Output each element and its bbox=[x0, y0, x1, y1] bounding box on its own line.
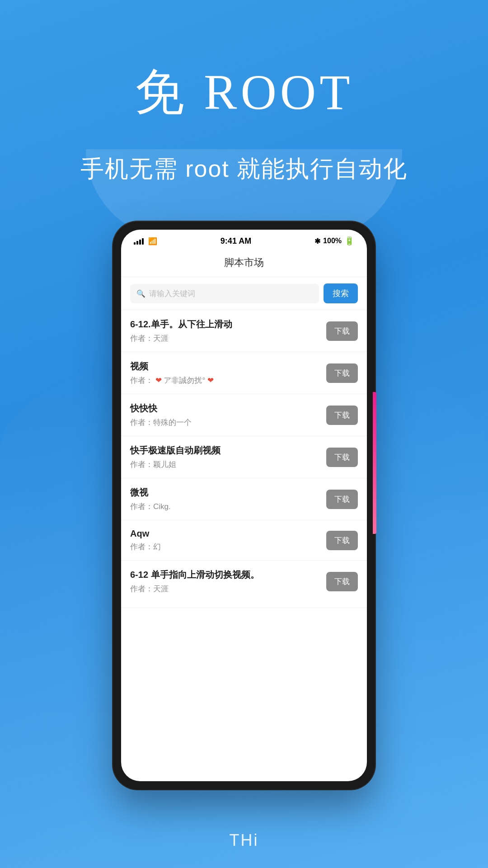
script-info: 6-12.单手。从下往上滑动 作者：天涯 bbox=[130, 318, 326, 344]
download-button[interactable]: 下载 bbox=[326, 406, 358, 425]
wifi-icon: 📶 bbox=[148, 237, 157, 245]
list-item: 微视 作者：Cikg. 下载 bbox=[121, 478, 367, 520]
status-left: 📶 bbox=[134, 237, 157, 245]
script-author: 作者： ❤ ︎ア非誠勿扰° ❤ bbox=[130, 375, 326, 386]
script-info: 视频 作者： ❤ ︎ア非誠勿扰° ❤ bbox=[130, 360, 326, 386]
search-button[interactable]: 搜索 bbox=[324, 283, 358, 303]
signal-bar-2 bbox=[136, 241, 138, 245]
script-info: 快快快 作者：特殊的一个 bbox=[130, 402, 326, 428]
status-bar: 📶 9:41 AM ✱ 100% 🔋 bbox=[121, 230, 367, 250]
script-info: 快手极速版自动刷视频 作者：颖儿姐 bbox=[130, 444, 326, 470]
author-prefix: 作者： bbox=[130, 376, 153, 385]
download-button[interactable]: 下载 bbox=[326, 448, 358, 467]
hero-subtitle: 手机无需 root 就能执行自动化 bbox=[0, 153, 488, 185]
signal-bar-1 bbox=[134, 242, 136, 245]
phone-frame: 📶 9:41 AM ✱ 100% 🔋 脚本市场 🔍 请输入关键词 搜 bbox=[113, 222, 375, 789]
phone-accent bbox=[373, 392, 376, 534]
search-input-wrapper[interactable]: 🔍 请输入关键词 bbox=[130, 284, 319, 303]
app-header: 脚本市场 bbox=[121, 250, 367, 277]
script-author: 作者：天涯 bbox=[130, 333, 326, 344]
script-name: 微视 bbox=[130, 486, 326, 499]
script-author: 作者：颖儿姐 bbox=[130, 459, 326, 470]
app-title: 脚本市场 bbox=[224, 257, 264, 268]
list-item: 6-12.单手。从下往上滑动 作者：天涯 下载 bbox=[121, 310, 367, 352]
hero-section: 免 ROOT 手机无需 root 就能执行自动化 bbox=[0, 0, 488, 185]
search-icon: 🔍 bbox=[136, 289, 145, 298]
script-list: 6-12.单手。从下往上滑动 作者：天涯 下载 视频 作者： ❤ ︎ア非誠勿扰°… bbox=[121, 310, 367, 608]
signal-bar-4 bbox=[142, 238, 144, 245]
list-item: Aqw 作者：幻 下载 bbox=[121, 520, 367, 561]
author-emoji: ❤ bbox=[155, 376, 162, 385]
author-emoji-2: ❤ bbox=[207, 376, 214, 385]
script-info: Aqw 作者：幻 bbox=[130, 528, 326, 552]
script-author: 作者：特殊的一个 bbox=[130, 417, 326, 428]
status-time: 9:41 AM bbox=[221, 236, 251, 246]
download-button[interactable]: 下载 bbox=[326, 531, 358, 550]
signal-bar-3 bbox=[139, 240, 141, 245]
script-name: 6-12.单手。从下往上滑动 bbox=[130, 318, 326, 330]
download-button[interactable]: 下载 bbox=[326, 321, 358, 341]
script-info: 微视 作者：Cikg. bbox=[130, 486, 326, 512]
search-placeholder: 请输入关键词 bbox=[149, 288, 195, 299]
download-button[interactable]: 下载 bbox=[326, 572, 358, 591]
phone-screen: 📶 9:41 AM ✱ 100% 🔋 脚本市场 🔍 请输入关键词 搜 bbox=[121, 230, 367, 781]
script-info: 6-12 单手指向上滑动切换视频。 作者：天涯 bbox=[130, 569, 326, 594]
bottom-label: THi bbox=[0, 831, 488, 850]
script-name: 6-12 单手指向上滑动切换视频。 bbox=[130, 569, 326, 581]
script-name: 快快快 bbox=[130, 402, 326, 415]
script-name: Aqw bbox=[130, 528, 326, 539]
hero-title: 免 ROOT bbox=[0, 59, 488, 126]
list-item: 视频 作者： ❤ ︎ア非誠勿扰° ❤ 下载 bbox=[121, 352, 367, 394]
script-name: 视频 bbox=[130, 360, 326, 373]
author-name: ︎ア非誠勿扰° bbox=[164, 376, 205, 385]
list-item: 快手极速版自动刷视频 作者：颖儿姐 下载 bbox=[121, 436, 367, 478]
script-author: 作者：幻 bbox=[130, 542, 326, 552]
bluetooth-icon: ✱ bbox=[314, 237, 320, 245]
phone-container: 📶 9:41 AM ✱ 100% 🔋 脚本市场 🔍 请输入关键词 搜 bbox=[113, 222, 375, 789]
battery-percentage: 100% bbox=[323, 237, 342, 245]
download-button[interactable]: 下载 bbox=[326, 363, 358, 383]
list-item: 6-12 单手指向上滑动切换视频。 作者：天涯 下载 bbox=[121, 561, 367, 608]
script-name: 快手极速版自动刷视频 bbox=[130, 444, 326, 457]
status-right: ✱ 100% 🔋 bbox=[314, 236, 354, 246]
list-item: 快快快 作者：特殊的一个 下载 bbox=[121, 394, 367, 436]
battery-icon: 🔋 bbox=[344, 236, 354, 246]
search-bar: 🔍 请输入关键词 搜索 bbox=[121, 277, 367, 310]
signal-bars bbox=[134, 237, 144, 245]
script-author: 作者：天涯 bbox=[130, 584, 326, 594]
script-author: 作者：Cikg. bbox=[130, 501, 326, 512]
download-button[interactable]: 下载 bbox=[326, 490, 358, 509]
